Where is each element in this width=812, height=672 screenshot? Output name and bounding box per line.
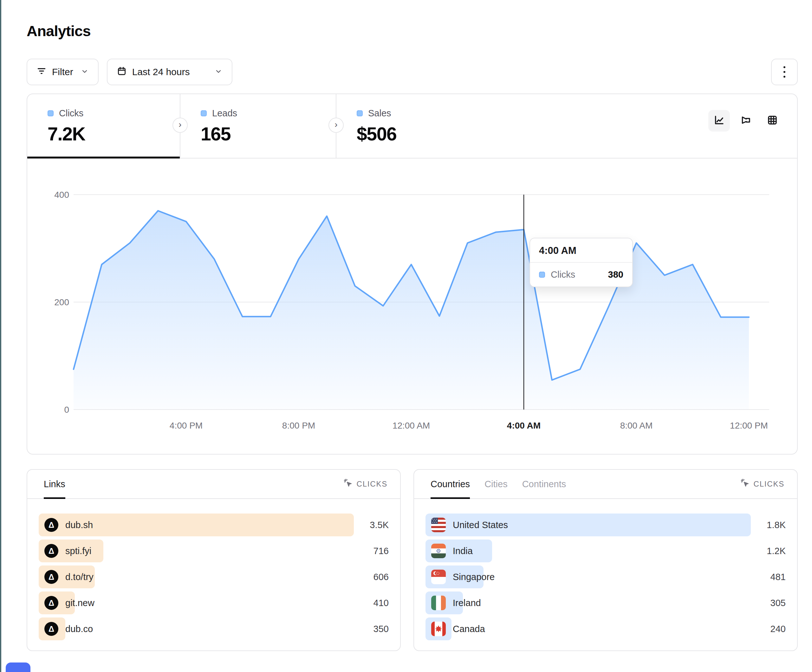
in-flag [431, 544, 446, 558]
filter-icon [37, 66, 46, 78]
row-label: Canada [453, 624, 485, 634]
tab-label: Continents [522, 479, 566, 490]
chart-canvas[interactable]: 02004004:00 PM8:00 PM12:00 AM4:00 AM8:00… [27, 159, 797, 455]
funnel-view-button[interactable] [735, 110, 757, 131]
stat-value: 165 [201, 123, 336, 145]
country-row[interactable]: Canada240 [425, 617, 786, 640]
chevron-down-icon [215, 67, 222, 77]
tab-continents[interactable]: Continents [522, 470, 566, 498]
stat-tabs: Clicks 7.2K › Leads 165 › Sales $506 [27, 94, 797, 159]
tooltip-value: 380 [608, 269, 623, 280]
tab-links[interactable]: Links [44, 470, 65, 498]
chat-widget[interactable] [6, 662, 31, 672]
funnel-icon [740, 114, 751, 127]
metric-label: CLICKS [754, 479, 785, 488]
filter-button-label: Filter [52, 67, 73, 77]
link-row[interactable]: Δd.to/try606 [39, 566, 389, 588]
row-label: dub.co [65, 624, 93, 634]
row-value: 716 [354, 546, 389, 556]
country-row[interactable]: United States1.8K [425, 513, 786, 536]
row-label: United States [453, 520, 508, 530]
links-metric-selector[interactable]: CLICKS [344, 479, 388, 490]
bar-track: India [425, 539, 751, 562]
row-content: Δgit.new [39, 592, 354, 614]
date-range-label: Last 24 hours [132, 67, 190, 77]
table-view-button[interactable] [762, 110, 783, 131]
bar-track: Canada [425, 617, 751, 640]
line-chart-icon [713, 114, 725, 127]
stat-label: Leads [212, 108, 237, 119]
bar-track: United States [425, 513, 751, 536]
link-row[interactable]: Δspti.fyi716 [39, 539, 389, 562]
tab-cities[interactable]: Cities [484, 470, 508, 498]
clicks-legend-swatch [48, 110, 54, 116]
row-content: Δspti.fyi [39, 539, 354, 562]
filter-button[interactable]: Filter [27, 59, 99, 85]
stat-label: Sales [368, 108, 391, 119]
dub-logo: Δ [44, 518, 58, 532]
bar-track: Δgit.new [39, 592, 354, 614]
row-value: 3.5K [354, 520, 389, 530]
row-content: Canada [425, 617, 751, 640]
row-value: 305 [751, 598, 786, 608]
country-row[interactable]: India1.2K [425, 539, 786, 562]
tooltip-series-label: Clicks [551, 269, 602, 280]
country-row[interactable]: Ireland305 [425, 592, 786, 614]
row-value: 606 [354, 572, 389, 582]
chart-tooltip: 4:00 AM Clicks 380 [529, 238, 633, 287]
us-flag [431, 518, 446, 532]
line-chart-view-button[interactable] [708, 110, 730, 131]
cursor-click-icon [741, 479, 749, 490]
link-row[interactable]: Δdub.co350 [39, 617, 389, 640]
stat-value: 7.2K [48, 123, 180, 145]
more-options-button[interactable] [771, 59, 798, 85]
analytics-card: Clicks 7.2K › Leads 165 › Sales $506 [27, 94, 798, 455]
bar-track: Singapore [425, 566, 751, 588]
stat-tab-leads[interactable]: Leads 165 [181, 94, 336, 158]
row-label: git.new [65, 598, 94, 608]
dub-logo: Δ [44, 622, 58, 636]
clicks-area-chart[interactable]: 02004004:00 PM8:00 PM12:00 AM4:00 AM8:00… [27, 159, 797, 455]
metric-label: CLICKS [357, 479, 388, 488]
row-value: 350 [354, 624, 389, 634]
bar-track: Δd.to/try [39, 566, 354, 588]
date-range-button[interactable]: Last 24 hours [107, 59, 232, 85]
row-content: Δd.to/try [39, 566, 354, 588]
stat-tab-clicks[interactable]: Clicks 7.2K [27, 94, 180, 158]
links-panel: Links CLICKS Δdub.sh3.5KΔspti.fyi716Δd.t… [27, 469, 401, 651]
toolbar: Filter Last 24 hours [27, 59, 798, 85]
link-row[interactable]: Δgit.new410 [39, 592, 389, 614]
ca-flag [431, 622, 446, 636]
links-list: Δdub.sh3.5KΔspti.fyi716Δd.to/try606Δgit.… [27, 499, 400, 640]
tab-label: Countries [431, 479, 470, 490]
bar-track: Δdub.sh [39, 513, 354, 536]
kebab-menu-icon [783, 66, 785, 78]
svg-text:0: 0 [64, 405, 69, 414]
svg-text:200: 200 [54, 297, 69, 307]
leads-legend-swatch [201, 110, 207, 116]
ie-flag [431, 595, 446, 610]
row-content: Δdub.sh [39, 513, 354, 536]
svg-text:400: 400 [54, 190, 69, 200]
bar-track: Δspti.fyi [39, 539, 354, 562]
svg-text:4:00 AM: 4:00 AM [507, 421, 541, 430]
svg-text:12:00 AM: 12:00 AM [392, 421, 430, 430]
clicks-legend-swatch [539, 272, 545, 278]
svg-text:12:00 PM: 12:00 PM [730, 421, 768, 430]
tab-label: Cities [484, 479, 508, 490]
row-value: 240 [751, 624, 786, 634]
geo-panel: Countries Cities Continents CLICKS Unite… [413, 469, 798, 651]
calendar-icon [117, 66, 126, 78]
link-row[interactable]: Δdub.sh3.5K [39, 513, 389, 536]
row-content: India [425, 539, 751, 562]
row-content: Ireland [425, 592, 751, 614]
bar-track: Ireland [425, 592, 751, 614]
chart-view-switcher [708, 110, 783, 131]
geo-metric-selector[interactable]: CLICKS [741, 479, 785, 490]
country-row[interactable]: Singapore481 [425, 566, 786, 588]
countries-list: United States1.8KIndia1.2KSingapore481Ir… [414, 499, 797, 640]
tab-countries[interactable]: Countries [431, 470, 470, 498]
page-title: Analytics [27, 22, 91, 39]
dub-logo: Δ [44, 596, 58, 610]
cursor-click-icon [344, 479, 353, 490]
